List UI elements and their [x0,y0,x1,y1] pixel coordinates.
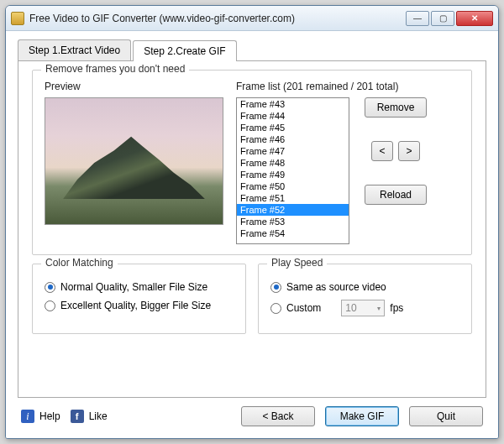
color-matching-group: Color Matching Normal Quality, Smaller F… [32,264,246,334]
radio-normal-quality[interactable]: Normal Quality, Smaller File Size [45,281,234,293]
make-gif-button[interactable]: Make GIF [325,406,399,426]
radio-icon [270,303,281,314]
remove-frames-title: Remove frames you don't need [41,63,189,75]
radio-icon [45,300,55,311]
color-matching-title: Color Matching [41,257,118,269]
maximize-button[interactable]: ▢ [431,11,454,26]
tab-pane-step2: Remove frames you don't need Preview Fra… [18,60,486,398]
help-icon: i [21,410,34,423]
frame-list-item[interactable]: Frame #48 [237,157,349,169]
radio-excellent-quality[interactable]: Excellent Quality, Bigger File Size [45,300,234,311]
frame-column: Frame list (201 remained / 201 total) Fr… [236,81,459,244]
facebook-icon: f [71,410,84,423]
frame-list-item[interactable]: Frame #52 [237,204,349,216]
like-link[interactable]: f Like [71,410,108,423]
radio-icon [270,282,281,293]
fps-spinbox[interactable]: 10 ▾ [341,300,385,316]
frame-list-item[interactable]: Frame #51 [237,192,349,204]
radio-custom-speed[interactable]: Custom 10 ▾ fps [270,300,459,316]
reload-button[interactable]: Reload [365,185,427,205]
help-label: Help [39,410,60,422]
play-speed-group: Play Speed Same as source video Custom 1… [258,264,472,334]
fps-suffix: fps [390,302,403,314]
radio-label: Same as source video [286,281,386,293]
frame-listbox[interactable]: Frame #43Frame #44Frame #45Frame #46Fram… [236,97,349,244]
tab-step2[interactable]: Step 2.Create GIF [133,40,236,61]
remove-frames-group: Remove frames you don't need Preview Fra… [32,70,472,255]
preview-column: Preview [45,81,224,244]
next-frame-button[interactable]: > [398,141,420,161]
help-link[interactable]: i Help [21,410,60,423]
like-label: Like [89,410,108,422]
chevron-down-icon: ▾ [377,305,381,312]
titlebar: Free Video to GIF Converter (www.video-g… [6,6,498,31]
frame-list-item[interactable]: Frame #49 [237,169,349,180]
client-area: Step 1.Extract Video Step 2.Create GIF R… [6,31,498,438]
quit-button[interactable]: Quit [409,406,483,426]
frame-list-item[interactable]: Frame #43 [237,98,349,110]
tab-strip: Step 1.Extract Video Step 2.Create GIF [18,39,486,60]
frame-list-item[interactable]: Frame #53 [237,216,349,227]
app-icon [11,12,24,25]
window-title: Free Video to GIF Converter (www.video-g… [29,13,406,24]
minimize-button[interactable]: — [406,11,429,26]
radio-label: Custom [286,302,321,314]
radio-label: Normal Quality, Smaller File Size [60,281,207,293]
fps-value: 10 [345,302,356,314]
frame-list-item[interactable]: Frame #47 [237,145,349,157]
app-window: Free Video to GIF Converter (www.video-g… [5,5,499,439]
frame-list-label: Frame list (201 remained / 201 total) [236,81,459,92]
frame-list-item[interactable]: Frame #50 [237,180,349,192]
frame-list-item[interactable]: Frame #45 [237,122,349,133]
preview-image [45,97,223,225]
frame-list-item[interactable]: Frame #46 [237,133,349,145]
preview-label: Preview [45,81,224,92]
play-speed-title: Play Speed [267,257,327,269]
radio-icon [45,282,55,293]
footer-bar: i Help f Like < Back Make GIF Quit [18,398,486,430]
prev-frame-button[interactable]: < [371,141,393,161]
back-button[interactable]: < Back [241,406,315,426]
radio-label: Excellent Quality, Bigger File Size [60,300,211,311]
tab-step1[interactable]: Step 1.Extract Video [18,39,131,60]
radio-same-speed[interactable]: Same as source video [270,281,459,293]
frame-list-item[interactable]: Frame #54 [237,227,349,239]
close-button[interactable]: ✕ [456,11,493,26]
frame-list-item[interactable]: Frame #44 [237,110,349,122]
remove-button[interactable]: Remove [365,97,427,118]
